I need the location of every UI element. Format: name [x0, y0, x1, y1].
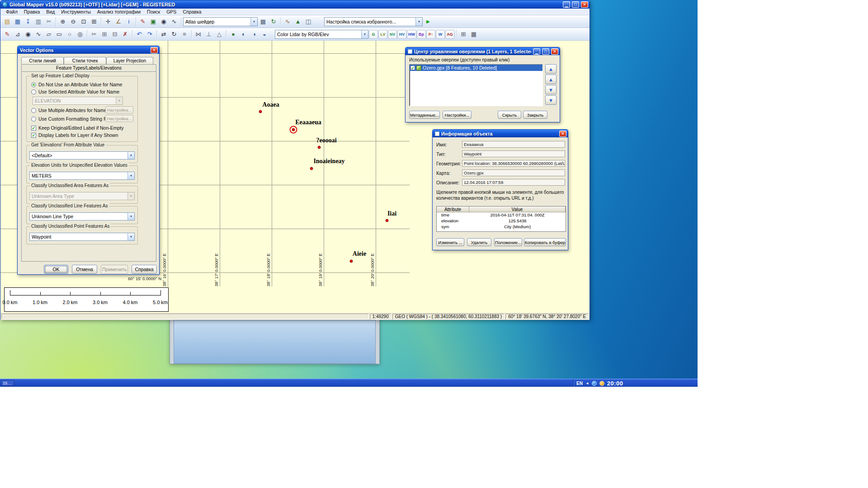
value-header[interactable]: Value — [469, 206, 566, 212]
lidar-powerline-icon[interactable]: P↑ — [426, 30, 435, 39]
lidar-med-veg-icon[interactable]: NV — [388, 30, 397, 39]
rotate-feature-icon[interactable]: ↻ — [169, 29, 179, 39]
zoom-box-icon[interactable]: ⊡ — [79, 17, 89, 27]
radio-multiple-attributes[interactable]: Use Multiple Attributes for Name — [31, 108, 107, 113]
close-overlay-button[interactable]: Закрыть — [523, 111, 547, 119]
copy-feature-icon[interactable]: ⊞ — [99, 29, 109, 39]
waypoint-dot[interactable] — [318, 146, 321, 149]
atlas-shader-combo[interactable]: Atlas шейдер — [183, 17, 258, 26]
digitizer-icon[interactable]: ✎ — [138, 17, 148, 27]
object-info-titlebar[interactable]: Информация объекта — [433, 130, 568, 137]
map-layout-icon[interactable]: ◫ — [303, 17, 313, 27]
full-extent-icon[interactable]: ⊞ — [89, 17, 99, 27]
copy-to-clipboard-button[interactable]: Копировать в буфер — [524, 238, 566, 246]
create-line-icon[interactable]: ∿ — [33, 29, 43, 39]
menu-terrain-analysis[interactable]: Анализ топографии — [94, 9, 143, 14]
waypoint-dot[interactable] — [292, 128, 295, 131]
pan-icon[interactable]: ✛ — [103, 17, 113, 27]
ok-button[interactable]: OK — [44, 265, 68, 274]
feature-info-icon[interactable]: i — [124, 17, 134, 27]
table-row[interactable]: elevation 125.5438 — [437, 218, 566, 224]
overlay-list[interactable]: Ozero.gpx [8 Features, 10 Deleted] — [409, 64, 543, 106]
waypoint-dot[interactable] — [350, 260, 353, 263]
metadata-button[interactable]: Метаданные... — [409, 111, 440, 119]
move-up-button[interactable]: ▲ — [545, 75, 557, 84]
waypoint-dot[interactable] — [259, 110, 262, 113]
create-circle-icon[interactable]: ○ — [65, 29, 75, 39]
minimize-button[interactable] — [533, 48, 540, 55]
cut-feature-icon[interactable]: ✂ — [89, 29, 99, 39]
tab-point-styles[interactable]: Стили точек — [64, 57, 106, 64]
waypoint-dot[interactable] — [386, 219, 389, 222]
waypoint-dot[interactable] — [310, 167, 313, 170]
open-file-icon[interactable]: ▤ — [2, 17, 12, 27]
options-button[interactable]: Настройки... — [443, 111, 472, 119]
hide-button[interactable]: Скрыть — [498, 111, 521, 119]
window-titlebar[interactable]: Global Mapper v15.0 (b092213) [+OTF] [+L… — [0, 0, 590, 9]
table-row[interactable]: time 2016-04-11T 07:31:04. 000Z — [437, 212, 566, 218]
point-type-combo[interactable]: Waypoint — [29, 233, 135, 241]
refresh-icon[interactable]: ↻ — [269, 17, 278, 27]
intersect-icon[interactable]: ◐ — [239, 29, 249, 39]
tab-layer-projection[interactable]: Layer Projection — [106, 57, 153, 64]
elevation-attribute-combo[interactable]: <Default> — [29, 151, 135, 160]
screen-capture-icon[interactable]: ✂ — [44, 17, 54, 27]
save-workspace-icon[interactable]: ▦ — [13, 17, 23, 27]
close-button[interactable] — [559, 131, 566, 137]
favorites-grid-icon[interactable]: ▩ — [258, 17, 268, 27]
layer-visible-checkbox[interactable] — [410, 66, 415, 70]
run-favorite-icon[interactable]: ► — [423, 17, 433, 27]
elevation-units-combo[interactable]: METERS — [29, 172, 135, 180]
edit-button[interactable]: Изменить ... — [436, 238, 464, 246]
zoom-in-icon[interactable]: ⊕ — [58, 17, 68, 27]
menu-gps[interactable]: GPS — [164, 9, 179, 14]
position-button[interactable]: Положение... — [494, 238, 522, 246]
create-point-icon[interactable]: ◉ — [23, 29, 33, 39]
delete-button[interactable]: Удалить — [467, 238, 491, 246]
menu-search[interactable]: Поиск — [144, 9, 163, 14]
close-button[interactable] — [551, 48, 558, 55]
digitizer-edit-icon[interactable]: ✎ — [2, 29, 12, 39]
menu-file[interactable]: Файл — [3, 9, 20, 14]
tray-collapse-icon[interactable] — [585, 381, 589, 385]
minimize-button[interactable] — [563, 1, 570, 8]
cancel-button[interactable]: Отмена — [72, 265, 97, 274]
tab-feature-types[interactable]: Feature Types/Labels/Elevations — [21, 64, 156, 71]
union-icon[interactable]: ◑ — [249, 29, 259, 39]
favorites-combo[interactable]: Настройка списка избранного... — [324, 17, 423, 26]
taskbar-window-button[interactable]: 15.... — [1, 380, 14, 386]
select-vertices-icon[interactable]: ⊿ — [13, 29, 23, 39]
menu-view[interactable]: Вид — [43, 9, 57, 14]
overlay-center-titlebar[interactable]: Центр управления оверлеями (1 Layers, 1 … — [406, 47, 560, 55]
create-range-rings-icon[interactable]: ◎ — [75, 29, 85, 39]
lidar-color-combo[interactable]: Color Lidar by RGB/Elev — [275, 30, 368, 39]
menu-help[interactable]: Справка — [180, 9, 204, 14]
view-3d-icon[interactable]: ▲ — [293, 17, 303, 27]
tray-notification-icon[interactable] — [599, 381, 604, 386]
redo-icon[interactable]: ↷ — [145, 29, 155, 39]
gps-tool-icon[interactable]: ◉ — [159, 17, 169, 27]
move-down-button[interactable]: ▼ — [545, 85, 557, 94]
lidar-wire-icon[interactable]: W — [436, 30, 445, 39]
maximize-button[interactable] — [542, 48, 549, 55]
tray-app-icon[interactable] — [592, 381, 597, 386]
overlay-control-center-icon[interactable]: ▣ — [148, 17, 158, 27]
difference-icon[interactable]: ◒ — [259, 29, 269, 39]
vector-options-titlebar[interactable]: Vector Options — [18, 46, 159, 54]
move-top-button[interactable]: ▲ — [545, 64, 557, 74]
maximize-button[interactable] — [572, 1, 579, 8]
simplify-icon[interactable]: △ — [214, 29, 224, 39]
tab-line-styles[interactable]: Стили линий — [21, 57, 64, 64]
paste-feature-icon[interactable]: ⊟ — [110, 29, 120, 39]
zoom-out-icon[interactable]: ⊖ — [68, 17, 78, 27]
lidar-ground-icon[interactable]: G — [369, 30, 378, 39]
join-features-icon[interactable]: ⋈ — [193, 29, 203, 39]
checkbox-keep-label[interactable]: Keep Original/Edited Label if Non-Empty — [31, 125, 124, 131]
radio-selected-attribute[interactable]: Use Selected Attribute Value for Name — [31, 89, 119, 94]
help-button[interactable]: Справка — [132, 265, 157, 274]
profile-view-icon[interactable]: ∿ — [283, 17, 292, 27]
close-icon[interactable] — [151, 47, 158, 53]
lidar-water-icon[interactable]: HW — [407, 30, 416, 39]
print-icon[interactable]: ▥ — [33, 17, 43, 27]
create-rectangle-icon[interactable]: ▭ — [54, 29, 64, 39]
